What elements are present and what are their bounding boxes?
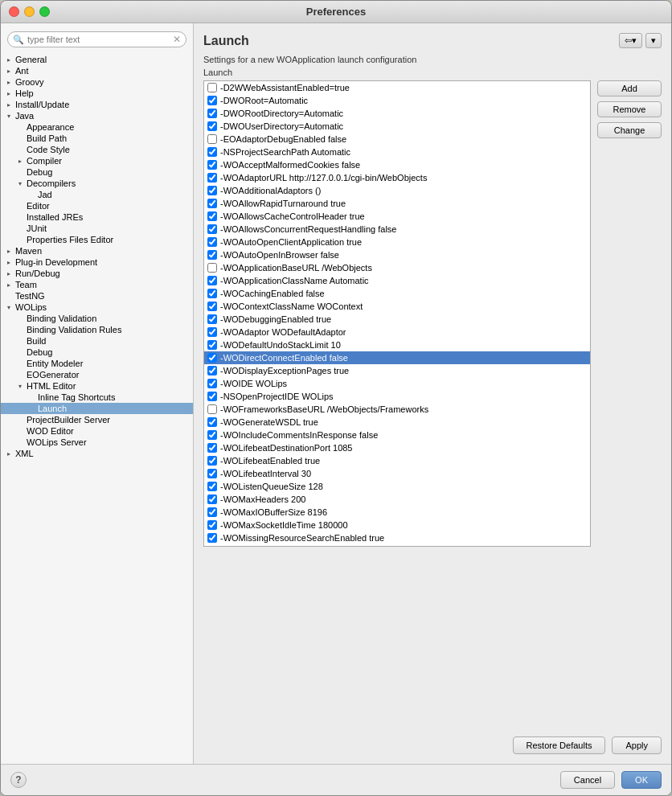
sidebar-item-decompilers[interactable]: Decompilers bbox=[1, 178, 193, 189]
launch-item[interactable]: -D2WWebAssistantEnabled=true bbox=[204, 81, 590, 94]
search-input[interactable] bbox=[27, 35, 173, 44]
launch-item[interactable]: -WODisplayExceptionPages true bbox=[204, 364, 590, 377]
launch-item-checkbox[interactable] bbox=[207, 366, 217, 375]
sidebar-item-editor[interactable]: Editor bbox=[1, 200, 193, 211]
launch-item-checkbox[interactable] bbox=[207, 276, 217, 285]
change-button[interactable]: Change bbox=[597, 122, 662, 138]
launch-item[interactable]: -DWOUserDirectory=Automatic bbox=[204, 120, 590, 133]
launch-item-checkbox[interactable] bbox=[207, 263, 217, 273]
apply-button[interactable]: Apply bbox=[612, 737, 662, 754]
search-box[interactable]: 🔍 ✕ bbox=[7, 31, 186, 47]
launch-item[interactable]: -WOAcceptMalformedCookies false bbox=[204, 158, 590, 171]
sidebar-item-jad[interactable]: Jad bbox=[1, 189, 193, 200]
sidebar-item-build-path[interactable]: Build Path bbox=[1, 133, 193, 144]
launch-item-checkbox[interactable] bbox=[207, 392, 217, 401]
launch-item[interactable]: -WOMissingResourceSearchEnabled true bbox=[204, 531, 590, 544]
launch-item-checkbox[interactable] bbox=[207, 83, 217, 92]
add-button[interactable]: Add bbox=[597, 80, 662, 96]
launch-item-checkbox[interactable] bbox=[207, 456, 217, 466]
launch-item-checkbox[interactable] bbox=[207, 417, 217, 427]
remove-button[interactable]: Remove bbox=[597, 101, 662, 117]
launch-item[interactable]: -WOGenerateWSDL true bbox=[204, 416, 590, 429]
launch-item-checkbox[interactable] bbox=[207, 430, 217, 440]
launch-item[interactable]: -WOAllowRapidTurnaround true bbox=[204, 197, 590, 210]
launch-item-checkbox[interactable] bbox=[207, 469, 217, 478]
launch-item-checkbox[interactable] bbox=[207, 289, 217, 298]
launch-item-checkbox[interactable] bbox=[207, 237, 217, 247]
sidebar-item-wolips[interactable]: WOLips bbox=[1, 302, 193, 313]
nav-forward-button[interactable]: ▾ bbox=[645, 33, 662, 48]
launch-item[interactable]: -NSProjectSearchPath Automatic bbox=[204, 146, 590, 158]
launch-item[interactable]: -WOAllowsConcurrentRequestHandling false bbox=[204, 223, 590, 236]
launch-item-checkbox[interactable] bbox=[207, 250, 217, 260]
minimize-button[interactable] bbox=[24, 6, 35, 17]
maximize-button[interactable] bbox=[39, 6, 50, 17]
cancel-button[interactable]: Cancel bbox=[560, 771, 615, 789]
sidebar-item-install-update[interactable]: Install/Update bbox=[1, 99, 193, 110]
restore-defaults-button[interactable]: Restore Defaults bbox=[513, 737, 606, 754]
sidebar-item-team[interactable]: Team bbox=[1, 279, 193, 290]
launch-item-checkbox[interactable] bbox=[207, 546, 217, 547]
launch-item-checkbox[interactable] bbox=[207, 520, 217, 530]
launch-item[interactable]: -WOFrameworksBaseURL /WebObjects/Framewo… bbox=[204, 403, 590, 416]
launch-item-checkbox[interactable] bbox=[207, 199, 217, 208]
launch-item[interactable]: -WOAllowsCacheControlHeader true bbox=[204, 210, 590, 223]
launch-item-checkbox[interactable] bbox=[207, 482, 217, 491]
launch-item-checkbox[interactable] bbox=[207, 379, 217, 388]
launch-item-checkbox[interactable] bbox=[207, 173, 217, 183]
launch-item-checkbox[interactable] bbox=[207, 147, 217, 157]
sidebar-item-maven[interactable]: Maven bbox=[1, 245, 193, 256]
launch-item-checkbox[interactable] bbox=[207, 186, 217, 195]
sidebar-item-appearance[interactable]: Appearance bbox=[1, 121, 193, 133]
launch-item[interactable]: -DWORootDirectory=Automatic bbox=[204, 107, 590, 120]
launch-item[interactable]: -WOCachingEnabled false bbox=[204, 287, 590, 300]
launch-item-checkbox[interactable] bbox=[207, 353, 217, 363]
launch-item[interactable]: -WOApplicationBaseURL /WebObjects bbox=[204, 261, 590, 274]
launch-item-checkbox[interactable] bbox=[207, 134, 217, 144]
sidebar-item-projectbuilder-server[interactable]: ProjectBuilder Server bbox=[1, 414, 193, 425]
launch-item[interactable]: -WOApplicationClassName Automatic bbox=[204, 274, 590, 287]
launch-item-checkbox[interactable] bbox=[207, 160, 217, 170]
launch-item[interactable]: -WOAdaptor WODefaultAdaptor bbox=[204, 326, 590, 339]
launch-item[interactable]: -WOIncludeCommentsInResponse false bbox=[204, 429, 590, 441]
help-button[interactable]: ? bbox=[10, 772, 27, 788]
sidebar-item-general[interactable]: General bbox=[1, 54, 193, 65]
launch-item[interactable]: -WOAutoOpenClientApplication true bbox=[204, 236, 590, 248]
sidebar-item-run-debug[interactable]: Run/Debug bbox=[1, 268, 193, 279]
launch-item-checkbox[interactable] bbox=[207, 109, 217, 118]
sidebar-item-java[interactable]: Java bbox=[1, 110, 193, 121]
sidebar-item-code-style[interactable]: Code Style bbox=[1, 144, 193, 155]
launch-item-checkbox[interactable] bbox=[207, 404, 217, 414]
sidebar-item-wod-editor[interactable]: WOD Editor bbox=[1, 425, 193, 437]
sidebar-item-eogenerator[interactable]: EOGenerator bbox=[1, 369, 193, 380]
nav-back-button[interactable]: ⇦▾ bbox=[619, 33, 642, 48]
sidebar-item-entity-modeler[interactable]: Entity Modeler bbox=[1, 358, 193, 369]
sidebar-item-properties-files-editor[interactable]: Properties Files Editor bbox=[1, 234, 193, 245]
launch-item[interactable]: -WOLifebeatDestinationPort 1085 bbox=[204, 441, 590, 454]
launch-list[interactable]: -D2WWebAssistantEnabled=true-DWORoot=Aut… bbox=[203, 80, 591, 547]
launch-item[interactable]: -WOContextClassName WOContext bbox=[204, 300, 590, 313]
sidebar-item-plugin-development[interactable]: Plug-in Development bbox=[1, 256, 193, 268]
launch-item-checkbox[interactable] bbox=[207, 507, 217, 517]
launch-item[interactable]: -WOAdditionalAdaptors () bbox=[204, 184, 590, 197]
sidebar-item-debug-wo[interactable]: Debug bbox=[1, 347, 193, 358]
search-clear-icon[interactable]: ✕ bbox=[173, 34, 181, 45]
sidebar-item-launch[interactable]: Launch bbox=[1, 403, 193, 414]
sidebar-item-ant[interactable]: Ant bbox=[1, 65, 193, 76]
sidebar-item-binding-validation[interactable]: Binding Validation bbox=[1, 313, 193, 324]
sidebar-item-debug[interactable]: Debug bbox=[1, 166, 193, 178]
ok-button[interactable]: OK bbox=[621, 771, 662, 789]
launch-item-checkbox[interactable] bbox=[207, 96, 217, 105]
sidebar-item-installed-jres[interactable]: Installed JREs bbox=[1, 211, 193, 223]
launch-item[interactable]: -WODebuggingEnabled true bbox=[204, 313, 590, 326]
launch-item-checkbox[interactable] bbox=[207, 443, 217, 453]
sidebar-item-compiler[interactable]: Compiler bbox=[1, 155, 193, 166]
launch-item[interactable]: -WOLifebeatInterval 30 bbox=[204, 467, 590, 480]
sidebar-item-html-editor[interactable]: HTML Editor bbox=[1, 380, 193, 392]
launch-item-checkbox[interactable] bbox=[207, 494, 217, 504]
sidebar-item-wolips-server[interactable]: WOLips Server bbox=[1, 437, 193, 448]
sidebar-item-testng[interactable]: TestNG bbox=[1, 290, 193, 302]
launch-item-checkbox[interactable] bbox=[207, 302, 217, 311]
launch-item[interactable]: -WOMaxSocketIdleTime 180000 bbox=[204, 519, 590, 531]
sidebar-item-junit[interactable]: JUnit bbox=[1, 223, 193, 234]
